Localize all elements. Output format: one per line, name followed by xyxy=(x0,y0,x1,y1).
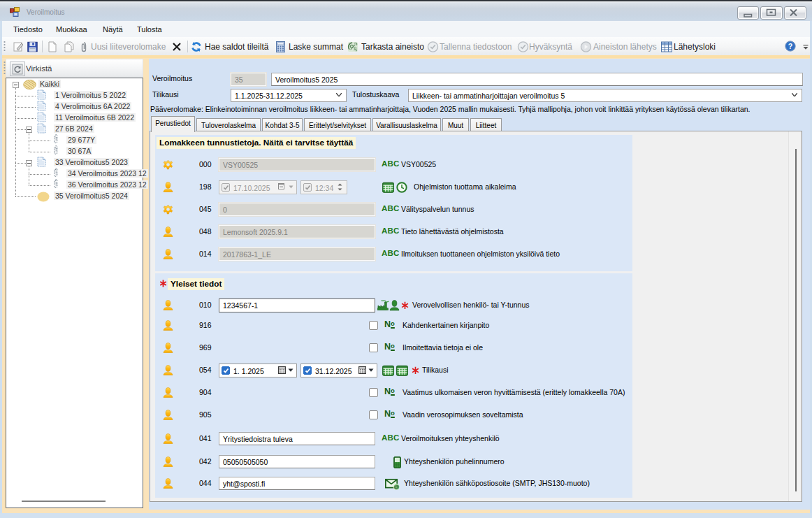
svg-text:?: ? xyxy=(788,42,793,50)
